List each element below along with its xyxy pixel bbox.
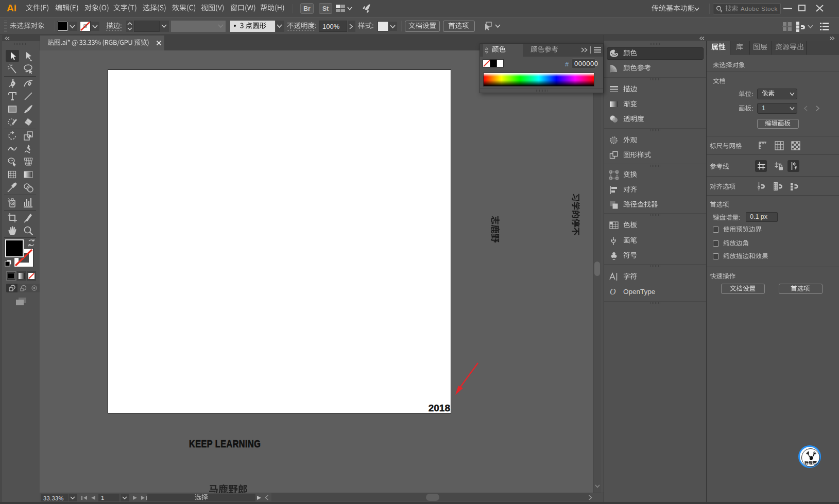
svg-text:O: O	[610, 287, 616, 296]
